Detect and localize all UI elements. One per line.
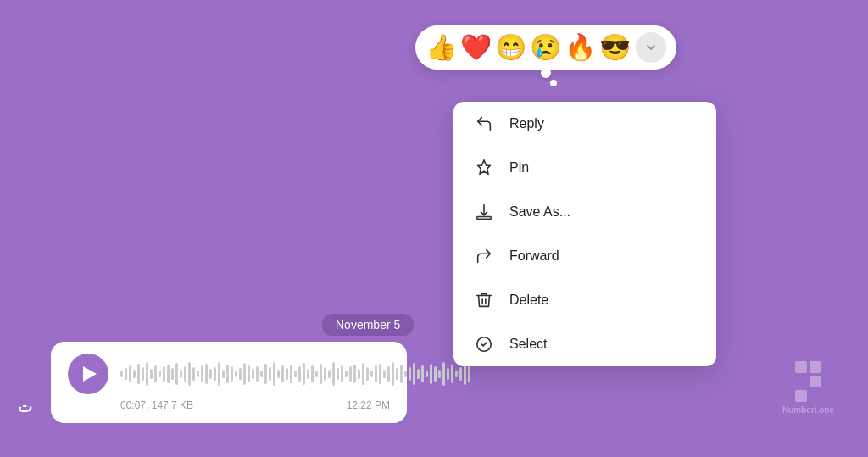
date-badge: November 5 [322,314,414,336]
emoji-reaction-bar-wrapper: 👍 ❤️ 😁 😢 🔥 😎 [415,25,676,70]
context-menu-save-label: Save As... [509,204,570,220]
audio-time: 12:22 PM [347,399,390,411]
emoji-grin[interactable]: 😁 [495,35,526,60]
watermark-label: Numberi.one [782,405,834,415]
context-menu-forward-label: Forward [509,248,559,264]
audio-message-bubble: 00:07, 147.7 KB 12:22 PM [51,342,407,423]
context-menu-item-delete[interactable]: Delete [453,278,716,322]
play-button[interactable] [68,354,108,394]
context-menu-select-label: Select [509,337,547,352]
watermark-block-6 [810,390,821,402]
watermark: Numberi.one [782,361,834,415]
watermark-block-3 [795,376,807,387]
audio-duration-size: 00:07, 147.7 KB [120,399,193,411]
context-menu-item-pin[interactable]: Pin [453,146,716,190]
delete-icon [474,290,494,310]
date-badge-text: November 5 [336,318,400,332]
save-icon [474,202,494,222]
emoji-thumbsup[interactable]: 👍 [426,35,457,60]
chat-background: November 5 [0,0,868,457]
context-menu-delete-label: Delete [509,293,548,308]
forward-icon [474,246,494,266]
watermark-block-5 [795,390,807,402]
play-icon [83,366,97,382]
context-menu-pin-label: Pin [509,160,529,176]
watermark-block-2 [810,361,821,373]
context-menu-reply-label: Reply [509,116,544,131]
watermark-block-1 [795,361,807,373]
emoji-tail-small [550,80,557,86]
emoji-cry[interactable]: 😢 [530,35,561,60]
emoji-cool[interactable]: 😎 [599,35,631,60]
audio-size: 147.7 KB [152,399,193,411]
emoji-reaction-bar: 👍 ❤️ 😁 😢 🔥 😎 [415,25,676,70]
audio-meta: 00:07, 147.7 KB 12:22 PM [68,399,390,411]
telegram-button-label: ت [18,398,32,416]
emoji-fire[interactable]: 🔥 [565,35,596,60]
context-menu-item-select[interactable]: Select [453,322,716,366]
svg-rect-0 [477,217,492,220]
audio-duration: 00:07 [120,399,146,411]
context-menu-item-reply[interactable]: Reply [453,102,716,146]
select-icon [474,334,494,354]
emoji-more-button[interactable] [636,32,666,63]
reply-icon [474,114,494,134]
audio-waveform [120,361,470,387]
telegram-button[interactable]: ت [8,391,41,423]
context-menu-item-forward[interactable]: Forward [453,234,716,278]
watermark-grid [795,361,821,402]
context-menu-item-save-as[interactable]: Save As... [453,190,716,234]
watermark-block-4 [810,376,821,387]
context-menu: Reply Pin Save As... [453,102,716,366]
emoji-tail-large [541,68,551,78]
chevron-down-icon [644,41,658,54]
pin-icon [474,158,494,178]
emoji-heart[interactable]: ❤️ [460,35,492,60]
